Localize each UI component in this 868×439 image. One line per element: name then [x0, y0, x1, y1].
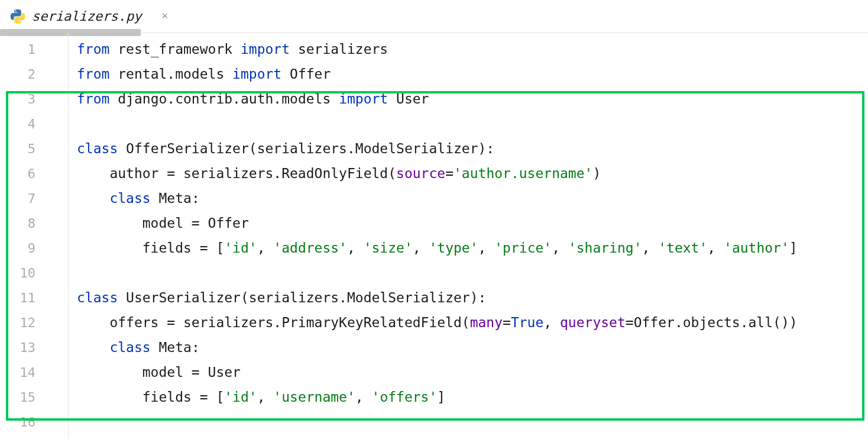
code-line: class Meta: [69, 186, 868, 211]
file-tab[interactable]: serializers.py × [0, 0, 177, 33]
close-icon[interactable]: × [161, 10, 168, 22]
code-line [69, 111, 868, 136]
tab-bar: serializers.py × [0, 0, 868, 33]
line-number: 5 [0, 136, 68, 161]
line-number: 2 [0, 62, 68, 86]
line-number: 9 [0, 235, 68, 260]
code-editor[interactable]: 1 2 3 4 5 6 7 8 9 10 11 12 13 14 15 16 f… [0, 33, 868, 439]
line-number: 7 [0, 186, 68, 211]
code-line: fields = ['id', 'address', 'size', 'type… [69, 235, 868, 260]
code-line: class UserSerializer(serializers.ModelSe… [69, 285, 868, 310]
code-line: from django.contrib.auth.models import U… [69, 86, 868, 111]
code-line [69, 260, 868, 285]
code-line: model = User [69, 360, 868, 385]
line-number: 13 [0, 335, 68, 360]
line-number: 6 [0, 161, 68, 186]
line-number: 10 [0, 260, 68, 285]
code-line: offers = serializers.PrimaryKeyRelatedFi… [69, 310, 868, 335]
line-number: 11 [0, 285, 68, 310]
code-line [69, 409, 868, 434]
code-line: class Meta: [69, 335, 868, 360]
code-line: class OfferSerializer(serializers.ModelS… [69, 136, 868, 161]
tab-filename: serializers.py [32, 9, 141, 24]
line-number: 4 [0, 111, 68, 136]
code-area[interactable]: from rest_framework import serializers f… [69, 33, 868, 439]
code-line: author = serializers.ReadOnlyField(sourc… [69, 161, 868, 186]
line-number: 1 [0, 37, 68, 62]
line-number: 16 [0, 409, 68, 434]
line-number: 3 [0, 86, 68, 111]
python-icon [9, 8, 26, 25]
code-line: from rest_framework import serializers [69, 37, 868, 62]
code-line: fields = ['id', 'username', 'offers'] [69, 385, 868, 409]
code-line: from rental.models import Offer [69, 62, 868, 86]
gutter: 1 2 3 4 5 6 7 8 9 10 11 12 13 14 15 16 [0, 33, 69, 439]
code-line: model = Offer [69, 211, 868, 235]
line-number: 15 [0, 385, 68, 409]
line-number: 14 [0, 360, 68, 385]
line-number: 12 [0, 310, 68, 335]
line-number: 8 [0, 211, 68, 235]
